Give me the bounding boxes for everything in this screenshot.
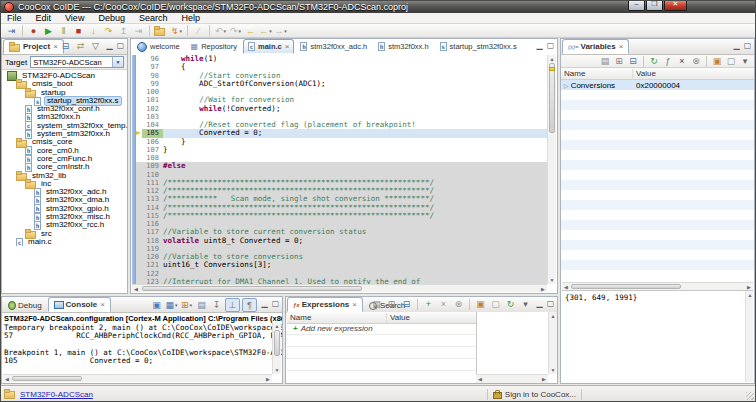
scroll-left-icon[interactable]: ◀ (132, 285, 140, 293)
console-vertical-scrollbar[interactable]: ▲ ▼ (272, 322, 281, 374)
editor-tab-main.c[interactable]: cmain.c× (243, 39, 294, 54)
remove-all-icon[interactable]: ⊗ (690, 56, 702, 67)
maximize-view-icon[interactable]: ▢ (742, 40, 753, 51)
scroll-right-icon[interactable]: ▶ (539, 285, 547, 293)
maximize-view-icon[interactable]: ▢ (270, 298, 281, 309)
project-tree[interactable]: STM32F0-ADCScancmsis_bootstartupsstartup… (2, 70, 127, 246)
link-with-editor-icon[interactable]: ⇄ (74, 40, 87, 52)
breakpoint-margin[interactable] (136, 179, 142, 187)
breakpoint-margin[interactable] (136, 228, 142, 236)
collapse-all-icon[interactable]: ⊟ (400, 298, 413, 310)
scroll-down-icon[interactable]: ▼ (549, 366, 557, 374)
show-type-names-icon[interactable]: ▤ (370, 298, 383, 310)
line-number[interactable]: 115 (142, 212, 163, 220)
menu-view[interactable]: View (58, 13, 91, 23)
line-number[interactable]: 120 (142, 253, 163, 261)
breakpoint-margin[interactable] (136, 63, 142, 71)
close-icon[interactable]: × (352, 300, 357, 309)
view-menu-icon[interactable]: ▽ (89, 40, 102, 52)
remove-icon[interactable]: × (437, 298, 450, 310)
tree-item-main.c[interactable]: cmain.c (2, 238, 127, 246)
download-flash-icon[interactable]: ↯▾ (170, 25, 183, 37)
line-number[interactable]: 96 (142, 55, 163, 63)
line-number[interactable]: 105 (142, 129, 163, 137)
step-into-icon[interactable]: ↓ (87, 25, 100, 37)
stop-icon[interactable]: ■ (72, 25, 85, 37)
copy-view-icon[interactable]: ▣ (474, 298, 487, 310)
last-edit-location-icon[interactable]: ← (244, 25, 257, 37)
code-line-115[interactable]: 115/************************************… (132, 212, 547, 220)
line-number[interactable]: 102 (142, 105, 163, 113)
start-debug-icon[interactable]: ● (27, 25, 40, 37)
variables-table[interactable]: ▷Conversions0x20000004 (561, 80, 754, 270)
target-select[interactable]: STM32F0-ADCScan ▼ (30, 56, 124, 68)
minimize-view-icon[interactable]: ▁ (534, 298, 545, 309)
view-menu-icon[interactable]: ▾ (739, 56, 751, 67)
code-line-109[interactable]: 109#else (132, 162, 547, 170)
column-value[interactable]: Value (633, 69, 754, 78)
line-number[interactable]: 122 (142, 270, 163, 278)
resize-grip[interactable] (746, 392, 754, 400)
maximize-window-button[interactable]: ❐ (646, 0, 663, 11)
next-annotation-icon[interactable]: ↷▾ (229, 25, 242, 37)
tab-variables[interactable]: (x)= Variables × (562, 39, 629, 54)
breakpoint-margin[interactable] (136, 129, 142, 137)
line-number[interactable]: 117 (142, 228, 163, 236)
scroll-left-icon[interactable]: ◀ (476, 375, 484, 383)
close-icon[interactable]: × (100, 300, 105, 309)
expression-detail-pane[interactable] (476, 312, 548, 374)
line-number[interactable]: 110 (142, 171, 163, 179)
code-line-106[interactable]: 106 } (132, 138, 547, 146)
display-selected-console-icon[interactable]: ▦▾ (165, 299, 178, 311)
open-project-icon[interactable] (154, 25, 168, 37)
line-number[interactable]: 111 (142, 179, 163, 187)
editor-vertical-scrollbar[interactable]: ▲ ▼ (547, 55, 556, 284)
line-number[interactable]: 116 (142, 220, 163, 228)
line-number[interactable]: 99 (142, 80, 163, 88)
pin-console-icon[interactable]: ↧ (210, 299, 223, 311)
close-icon[interactable]: × (285, 42, 290, 51)
breakpoint-margin[interactable] (136, 253, 142, 261)
tree-item-stm32f0xx_rcc.h[interactable]: hstm32f0xx_rcc.h (2, 221, 127, 229)
tab-project[interactable]: Project × (3, 39, 64, 54)
column-value[interactable]: Value (387, 313, 476, 322)
breakpoint-margin[interactable] (136, 55, 142, 63)
remove-icon[interactable]: × (676, 56, 688, 67)
remove-all-icon[interactable]: ⊗ (452, 298, 465, 310)
format-icon[interactable]: ∕ (192, 25, 205, 37)
editor-tab-stm32f0xx_adc.h[interactable]: hstm32f0xx_adc.h (295, 39, 372, 54)
breakpoint-margin[interactable] (136, 113, 142, 121)
current-project-link[interactable]: STM32F0-ADCScan (20, 390, 93, 399)
variable-row-Conversions[interactable]: ▷Conversions0x20000004 (561, 80, 754, 90)
scrollbar-thumb[interactable] (142, 286, 362, 291)
column-name[interactable]: Name (287, 313, 387, 322)
code-line-96[interactable]: 96 while(1) (132, 55, 547, 63)
breakpoint-margin[interactable] (136, 245, 142, 253)
line-number[interactable]: 103 (142, 113, 163, 121)
menu-search[interactable]: Search (132, 13, 175, 23)
scroll-up-icon[interactable]: ▲ (273, 322, 281, 330)
code-line-99[interactable]: 99 ADC_StartOfConversion(ADC1); (132, 80, 547, 88)
breakpoint-margin[interactable] (136, 171, 142, 179)
line-number[interactable]: 121 (142, 261, 163, 269)
breakpoint-margin[interactable] (136, 237, 142, 245)
show-logical-structures-icon[interactable]: ⊞ (613, 56, 625, 67)
code-line-107[interactable]: 107} (132, 146, 547, 154)
back-icon[interactable]: ←▾ (259, 25, 272, 37)
expressions-table[interactable]: + Add new expression (287, 323, 476, 382)
scrollbar-thumb[interactable] (274, 330, 280, 356)
run-to-line-icon[interactable]: ⇥ (132, 25, 145, 37)
step-return-icon[interactable]: ↥ (117, 25, 130, 37)
breakpoint-margin[interactable] (136, 88, 142, 96)
close-window-button[interactable]: ✕ (664, 0, 687, 11)
tab-debug[interactable]: Debug (3, 299, 47, 312)
copy-log-icon[interactable]: ▤ (195, 299, 208, 311)
breakpoint-margin[interactable] (136, 72, 142, 80)
scroll-down-icon[interactable]: ▼ (548, 276, 556, 284)
refresh-icon[interactable]: ↻ (504, 298, 517, 310)
add-expression-icon[interactable]: + (422, 298, 435, 310)
step-over-icon[interactable]: ↷ (102, 25, 115, 37)
scrollbar-thumb[interactable] (549, 63, 555, 133)
breakpoint-margin[interactable] (136, 261, 142, 269)
chevron-down-icon[interactable]: ▼ (112, 57, 123, 67)
